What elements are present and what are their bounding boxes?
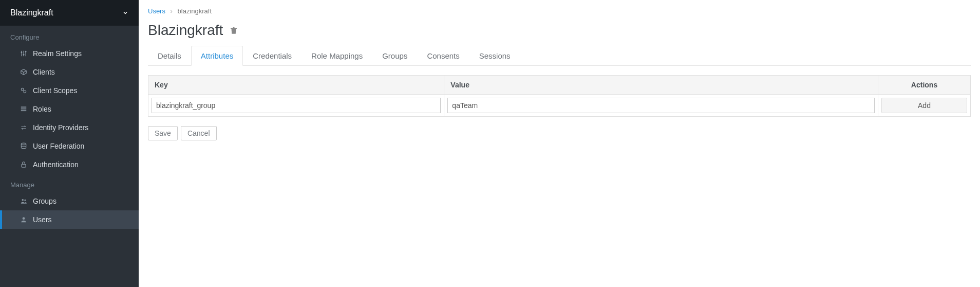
users-icon [20,197,28,205]
chevron-down-icon [122,10,128,16]
list-icon [20,105,28,113]
sliders-icon [20,49,28,58]
svg-point-14 [24,200,26,201]
cancel-button[interactable]: Cancel [181,126,217,140]
sidebar-item-client-scopes[interactable]: Client Scopes [0,81,139,100]
table-row: Add [148,95,971,117]
svg-point-5 [25,51,27,52]
svg-point-11 [21,143,26,145]
tab-sessions[interactable]: Sessions [469,46,520,66]
sidebar-item-label: Clients [33,68,55,76]
svg-point-4 [23,54,25,56]
sidebar: Blazingkraft Configure Realm Settings Cl… [0,0,139,287]
realm-name: Blazingkraft [10,8,53,17]
lock-icon [20,160,28,169]
sidebar-item-clients[interactable]: Clients [0,63,139,81]
key-input[interactable] [152,98,441,113]
database-icon [20,142,28,150]
section-label-manage: Manage [0,174,139,192]
svg-point-3 [21,51,22,53]
tab-attributes[interactable]: Attributes [191,46,243,66]
page-title-row: Blazingkraft [148,22,971,39]
sidebar-item-label: Client Scopes [33,86,77,95]
svg-rect-9 [21,109,27,110]
breadcrumb-link-users[interactable]: Users [148,7,165,15]
sidebar-item-users[interactable]: Users [0,210,139,229]
cube-icon [20,68,28,76]
svg-point-13 [22,199,24,201]
value-input[interactable] [447,98,875,113]
tab-groups[interactable]: Groups [372,46,417,66]
scopes-icon [20,86,28,95]
add-button[interactable]: Add [881,98,967,113]
form-buttons: Save Cancel [148,126,971,140]
sidebar-item-groups[interactable]: Groups [0,192,139,210]
main-content: Users › blazingkraft Blazingkraft Detail… [139,0,980,287]
svg-point-6 [21,88,24,91]
svg-rect-10 [21,110,27,111]
tab-details[interactable]: Details [148,46,191,66]
breadcrumb: Users › blazingkraft [148,7,971,15]
section-label-configure: Configure [0,26,139,44]
sidebar-item-label: Authentication [33,160,79,169]
trash-icon[interactable] [229,26,238,35]
sidebar-item-label: Realm Settings [33,49,82,58]
user-icon [20,216,28,224]
breadcrumb-current: blazingkraft [178,7,212,15]
breadcrumb-sep: › [171,7,173,15]
th-key: Key [148,76,444,95]
svg-rect-12 [22,164,26,167]
sidebar-item-label: User Federation [33,142,84,150]
attributes-table: Key Value Actions Add [148,75,971,117]
tab-consents[interactable]: Consents [417,46,469,66]
realm-selector[interactable]: Blazingkraft [0,0,139,26]
sidebar-item-identity-providers[interactable]: Identity Providers [0,118,139,137]
tab-credentials[interactable]: Credentials [243,46,301,66]
sidebar-item-label: Groups [33,197,56,205]
sidebar-item-realm-settings[interactable]: Realm Settings [0,44,139,63]
th-value: Value [444,76,878,95]
page-title: Blazingkraft [148,22,223,39]
sidebar-item-label: Identity Providers [33,123,88,132]
svg-point-7 [24,91,26,93]
exchange-icon [20,123,28,132]
sidebar-item-authentication[interactable]: Authentication [0,155,139,174]
svg-rect-8 [21,106,27,107]
sidebar-item-label: Users [33,216,52,224]
tabs: Details Attributes Credentials Role Mapp… [148,46,971,66]
sidebar-item-label: Roles [33,105,51,113]
tab-role-mappings[interactable]: Role Mappings [301,46,372,66]
sidebar-item-roles[interactable]: Roles [0,100,139,118]
save-button[interactable]: Save [148,126,178,140]
sidebar-item-user-federation[interactable]: User Federation [0,137,139,155]
th-actions: Actions [878,76,971,95]
svg-point-15 [23,217,25,220]
